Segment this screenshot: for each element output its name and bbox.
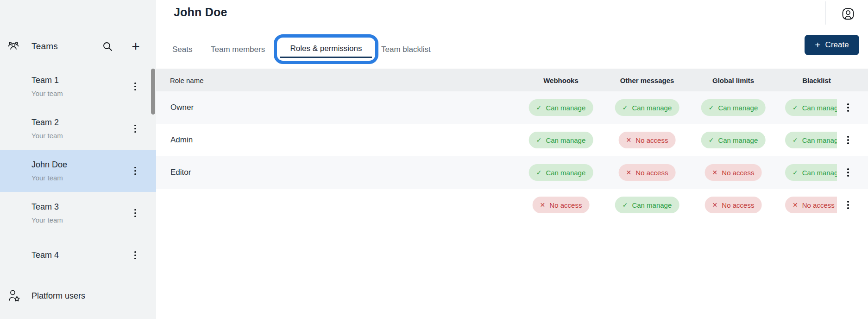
plus-icon: + (815, 40, 820, 50)
main-content: John Doe Seats Team members Roles & perm… (156, 0, 868, 319)
sidebar-item-team-4[interactable]: Team 4 (0, 234, 156, 276)
team-name: Team 1 (31, 76, 63, 85)
team-subtitle: Your team (31, 216, 63, 224)
user-account-button[interactable] (842, 8, 854, 20)
table-header-row: Role name Webhooks Other messages Global… (156, 69, 868, 91)
sidebar: Teams + Team 1 Your team Team 2 Your tea… (0, 0, 156, 319)
role-name-cell: Editor (170, 168, 191, 177)
kebab-menu-icon[interactable] (130, 81, 141, 92)
team-list: Team 1 Your team Team 2 Your team John D… (0, 65, 156, 276)
kebab-menu-icon[interactable] (130, 123, 141, 134)
create-button[interactable]: + Create (805, 35, 859, 55)
column-header-global-limits: Global limits (712, 76, 754, 84)
permission-badge: No access (705, 197, 762, 213)
platform-users-icon (8, 289, 21, 303)
tab-team-members[interactable]: Team members (211, 41, 265, 58)
team-name: Team 2 (31, 118, 63, 128)
blacklist-cell: Can manage (785, 164, 837, 181)
teams-group-icon (7, 40, 19, 52)
table-row: Owner Can manage Can manage Can manage C… (156, 91, 868, 124)
permission-badge: Can manage (701, 99, 766, 116)
sidebar-item-team-3[interactable]: Team 3 Your team (0, 192, 156, 234)
permission-badge: No access (619, 164, 676, 181)
blacklist-cell: No access (785, 197, 837, 213)
table-row: Editor Can manage No access No access Ca… (156, 156, 868, 189)
role-name-cell: Owner (170, 103, 194, 112)
permission-badge: Can manage (615, 197, 679, 213)
kebab-menu-icon[interactable] (843, 102, 854, 113)
permission-badge: No access (705, 164, 762, 181)
tab-seats[interactable]: Seats (172, 41, 192, 58)
platform-users-label: Platform users (31, 291, 85, 301)
permission-badge: Can manage (785, 164, 837, 181)
permission-badge: No access (533, 197, 590, 213)
page-title: John Doe (174, 6, 227, 19)
header-divider (825, 1, 826, 25)
tab-team-blacklist[interactable]: Team blacklist (381, 41, 431, 58)
team-subtitle: Your team (31, 132, 63, 140)
sidebar-item-team-1[interactable]: Team 1 Your team (0, 65, 156, 108)
team-name: Team 4 (31, 250, 59, 260)
kebab-menu-icon[interactable] (130, 166, 141, 177)
column-header-blacklist: Blacklist (802, 76, 831, 84)
column-header-other-messages: Other messages (620, 76, 674, 84)
permission-badge: Can manage (529, 164, 593, 181)
permission-badge: Can manage (785, 99, 837, 116)
role-name-cell: Admin (170, 135, 193, 145)
search-icon (102, 41, 113, 52)
kebab-menu-icon[interactable] (130, 208, 141, 219)
team-name: Team 3 (31, 202, 63, 212)
kebab-menu-icon[interactable] (843, 167, 854, 178)
column-header-webhooks: Webhooks (543, 76, 579, 84)
team-subtitle: Your team (31, 174, 67, 182)
permission-badge: No access (619, 132, 676, 148)
permission-badge: Can manage (529, 132, 593, 148)
sidebar-item-team-2[interactable]: Team 2 Your team (0, 108, 156, 150)
search-button[interactable] (102, 41, 113, 52)
sidebar-item-platform-users[interactable]: Platform users (0, 283, 156, 309)
team-subtitle: Your team (31, 89, 63, 97)
column-header-role-name: Role name (170, 76, 204, 84)
permission-badge: Can manage (615, 99, 679, 116)
blacklist-cell: Can manage (785, 99, 837, 116)
sidebar-title: Teams (31, 41, 58, 51)
create-button-label: Create (825, 40, 849, 50)
plus-icon: + (132, 38, 140, 54)
kebab-menu-icon[interactable] (843, 134, 854, 146)
table-row: Admin Can manage No access Can manage Ca… (156, 124, 868, 156)
permission-badge: Can manage (529, 99, 593, 116)
kebab-menu-icon[interactable] (130, 250, 141, 261)
team-name: John Doe (31, 160, 67, 170)
tab-roles-permissions[interactable]: Roles & permissions (280, 41, 372, 58)
table-row: No access Can manage No access No access (156, 189, 868, 221)
permission-badge: Can manage (701, 132, 766, 148)
user-avatar-icon (842, 8, 854, 20)
blacklist-cell: Can manage (785, 132, 837, 148)
kebab-menu-icon[interactable] (843, 199, 854, 211)
sidebar-header: Teams + (0, 35, 156, 57)
permission-badge: Can manage (785, 132, 837, 148)
sidebar-item-john-doe[interactable]: John Doe Your team (0, 150, 156, 192)
permission-badge: No access (785, 197, 837, 213)
add-team-button[interactable]: + (129, 38, 143, 54)
